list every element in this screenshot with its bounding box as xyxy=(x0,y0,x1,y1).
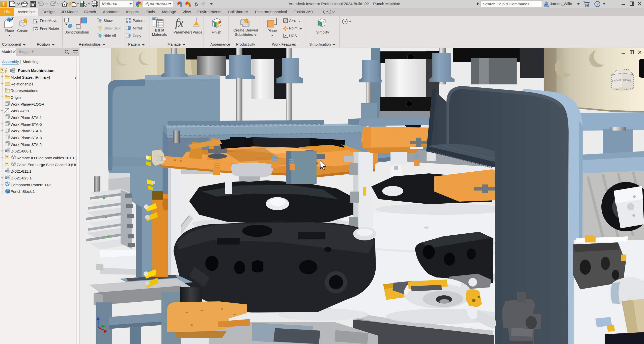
svg-text:?: ? xyxy=(1,69,3,73)
svg-text:fx: fx xyxy=(175,16,184,29)
svg-text:?: ? xyxy=(6,162,8,166)
svg-text:fx: fx xyxy=(195,1,199,7)
svg-text:?: ? xyxy=(596,2,599,6)
svg-text:FRONT: FRONT xyxy=(612,78,621,82)
svg-text:?: ? xyxy=(6,155,8,159)
